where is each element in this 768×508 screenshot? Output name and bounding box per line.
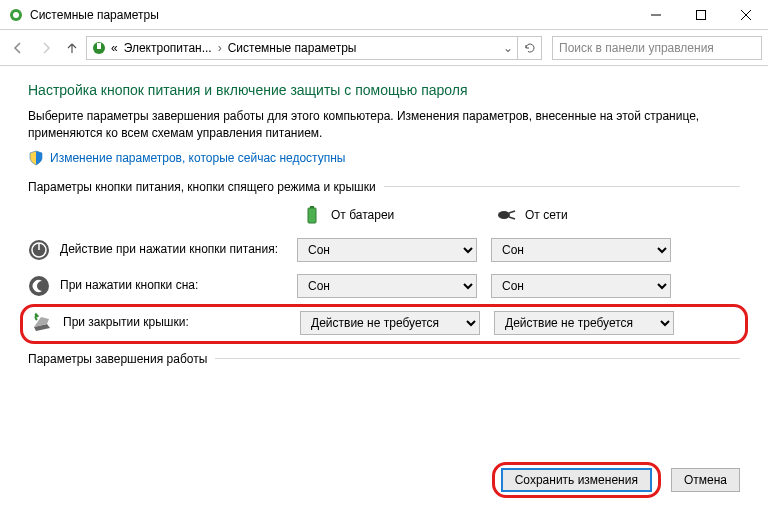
page-heading: Настройка кнопок питания и включение защ…: [28, 82, 740, 98]
breadcrumb-item-2[interactable]: Системные параметры: [226, 41, 359, 55]
refresh-button[interactable]: [517, 36, 541, 60]
save-button-highlight: Сохранить изменения: [492, 462, 661, 498]
svg-point-10: [498, 211, 510, 219]
section-power-buttons: Параметры кнопки питания, кнопки спящего…: [28, 180, 740, 194]
maximize-button[interactable]: [678, 0, 723, 30]
lid-battery-select[interactable]: Действие не требуется: [300, 311, 480, 335]
breadcrumb-prefix: «: [109, 41, 120, 55]
svg-rect-8: [308, 208, 316, 223]
shield-icon: [28, 150, 44, 166]
moon-icon: [28, 275, 50, 297]
unlock-settings-link[interactable]: Изменение параметров, которые сейчас нед…: [50, 151, 346, 165]
cancel-button[interactable]: Отмена: [671, 468, 740, 492]
svg-rect-9: [310, 206, 314, 208]
save-button[interactable]: Сохранить изменения: [501, 468, 652, 492]
row-lid-close: При закрытии крышки:: [31, 312, 286, 334]
nav-up-button[interactable]: [62, 38, 82, 58]
svg-rect-3: [696, 10, 705, 19]
window-title: Системные параметры: [30, 8, 633, 22]
power-button-ac-select[interactable]: Сон: [491, 238, 671, 262]
column-ac: От сети: [491, 204, 671, 226]
section-shutdown: Параметры завершения работы: [28, 352, 740, 366]
close-button[interactable]: [723, 0, 768, 30]
svg-line-11: [509, 211, 515, 213]
svg-point-1: [13, 12, 19, 18]
laptop-lid-icon: [31, 312, 53, 334]
breadcrumb[interactable]: « Электропитан... › Системные параметры …: [86, 36, 542, 60]
power-icon: [28, 239, 50, 261]
page-description: Выберите параметры завершения работы для…: [28, 108, 740, 142]
sleep-button-battery-select[interactable]: Сон: [297, 274, 477, 298]
svg-line-12: [509, 217, 515, 219]
plug-icon: [495, 204, 517, 226]
row-sleep-button: При нажатии кнопки сна:: [28, 275, 283, 297]
power-button-battery-select[interactable]: Сон: [297, 238, 477, 262]
column-battery: От батареи: [297, 204, 477, 226]
lid-ac-select[interactable]: Действие не требуется: [494, 311, 674, 335]
row-power-button: Действие при нажатии кнопки питания:: [28, 239, 283, 261]
navbar: « Электропитан... › Системные параметры …: [0, 30, 768, 66]
sleep-button-ac-select[interactable]: Сон: [491, 274, 671, 298]
nav-forward-button[interactable]: [34, 36, 58, 60]
minimize-button[interactable]: [633, 0, 678, 30]
app-icon: [8, 7, 24, 23]
power-plan-icon: [91, 40, 107, 56]
nav-back-button[interactable]: [6, 36, 30, 60]
titlebar: Системные параметры: [0, 0, 768, 30]
svg-point-16: [29, 276, 49, 296]
chevron-right-icon: ›: [216, 41, 224, 55]
chevron-down-icon[interactable]: ⌄: [501, 41, 515, 55]
breadcrumb-item-1[interactable]: Электропитан...: [122, 41, 214, 55]
battery-icon: [301, 204, 323, 226]
search-input[interactable]: Поиск в панели управления: [552, 36, 762, 60]
svg-rect-7: [97, 43, 101, 49]
lid-row-highlight: При закрытии крышки: Действие не требует…: [20, 304, 748, 344]
